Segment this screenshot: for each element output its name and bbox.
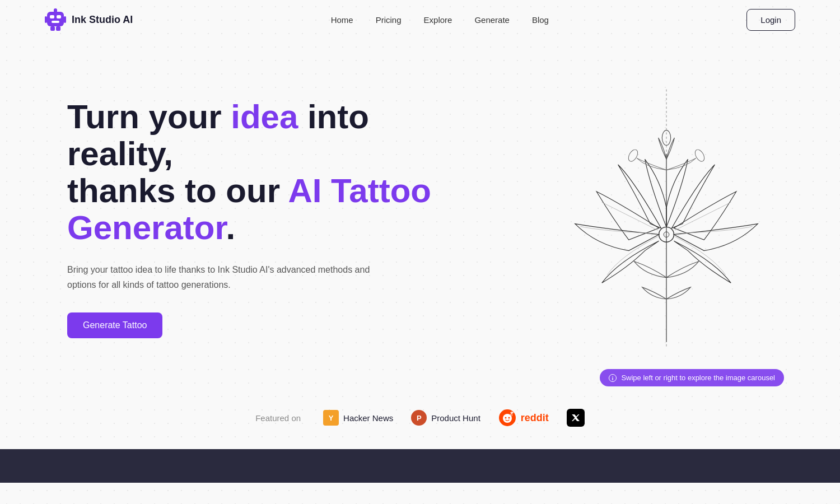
footer [0,449,840,483]
svg-rect-1 [50,15,54,18]
product-hunt-icon: P [411,410,427,426]
hacker-news-icon: Y [323,410,339,426]
svg-rect-8 [56,26,60,31]
svg-rect-5 [45,16,47,23]
nav-pricing[interactable]: Pricing [376,15,402,25]
svg-rect-6 [64,16,66,23]
logo-link[interactable]: Ink Studio AI [45,7,133,32]
nav-home[interactable]: Home [331,15,353,25]
featured-platforms: Y Hacker News P Product Hunt re [323,409,585,427]
brand-name: Ink Studio AI [72,14,133,26]
svg-rect-2 [57,15,61,18]
svg-point-15 [693,148,706,163]
heading-highlight1: idea [231,98,298,136]
hacker-news-link[interactable]: Y Hacker News [323,410,393,426]
tattoo-illustration [549,84,784,353]
svg-point-16 [627,148,640,163]
hero-left: Turn your idea into reality,thanks to ou… [67,99,459,338]
svg-point-22 [508,417,510,419]
logo-icon [45,7,66,32]
nav-explore[interactable]: Explore [424,15,452,25]
svg-point-24 [511,414,512,416]
heading-part1: Turn your [67,98,231,136]
hero-section: Turn your idea into reality,thanks to ou… [0,39,840,375]
header: Ink Studio AI Home Pricing Explore Gener… [0,0,840,39]
twitter-link[interactable] [567,409,585,427]
hacker-news-label: Hacker News [343,413,393,423]
svg-point-21 [505,417,506,419]
heading-end: . [226,209,235,246]
login-button[interactable]: Login [746,9,795,31]
main-nav: Home Pricing Explore Generate Blog [331,15,549,25]
product-hunt-label: Product Hunt [431,413,480,423]
nav-blog[interactable]: Blog [532,15,549,25]
reddit-icon [498,409,516,427]
nav-generate[interactable]: Generate [474,15,510,25]
reddit-label: reddit [521,412,549,424]
generate-tattoo-button[interactable]: Generate Tattoo [67,312,162,338]
featured-label: Featured on [255,413,301,423]
hero-subtitle: Bring your tattoo idea to life thanks to… [67,262,392,292]
hero-heading: Turn your idea into reality,thanks to ou… [67,99,459,246]
svg-rect-4 [54,8,57,13]
featured-section: Featured on Y Hacker News P Product Hunt [0,375,840,449]
svg-rect-7 [50,26,55,31]
product-hunt-link[interactable]: P Product Hunt [411,410,480,426]
reddit-link[interactable]: reddit [498,409,549,427]
hero-right: i Swipe left or right to explore the ima… [549,84,784,353]
svg-rect-3 [52,21,59,23]
svg-rect-0 [47,12,64,26]
twitter-icon [567,409,585,427]
